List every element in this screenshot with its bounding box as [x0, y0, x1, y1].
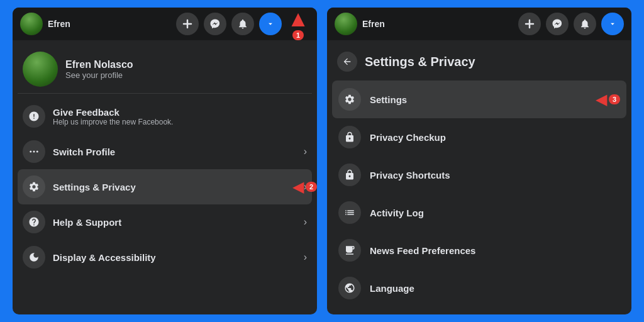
right-menu-item-privacy-shortcuts[interactable]: Privacy Shortcuts — [332, 156, 626, 194]
right-menu-content: Settings & Privacy Settings ◀ 3 Pri — [327, 40, 631, 314]
nav-plus-button-right[interactable] — [518, 13, 541, 35]
right-nav-bar: Efren — [327, 8, 631, 40]
settings-privacy-title: Settings & Privacy — [53, 182, 136, 192]
right-settings-gear-icon — [338, 88, 361, 111]
step1-arrow: ▲ — [287, 8, 309, 30]
display-accessibility-text: Display & Accessibility — [53, 252, 156, 263]
help-support-text: Help & Support — [53, 217, 121, 228]
nav-bell-button-right[interactable] — [574, 13, 596, 35]
profile-avatar — [23, 52, 58, 87]
nav-avatar-left — [20, 13, 43, 35]
profile-info: Efren Nolasco See your profile — [65, 59, 133, 80]
menu-item-help-support[interactable]: Help & Support › — [18, 204, 312, 240]
switch-profile-text: Switch Profile — [53, 147, 115, 157]
nav-bell-button-left[interactable] — [231, 13, 254, 35]
nav-username-right: Efren — [362, 19, 513, 29]
nav-chevron-button-left[interactable] — [259, 13, 282, 35]
display-accessibility-chevron: › — [304, 252, 307, 263]
back-header: Settings & Privacy — [332, 45, 626, 78]
profile-section[interactable]: Efren Nolasco See your profile — [18, 45, 312, 94]
help-support-chevron: › — [304, 216, 307, 228]
svg-point-0 — [30, 151, 31, 153]
privacy-shortcuts-title: Privacy Shortcuts — [370, 170, 450, 180]
step1-badge: 1 — [292, 30, 304, 40]
menu-item-give-feedback[interactable]: Give Feedback Help us improve the new Fa… — [18, 99, 312, 134]
profile-name: Efren Nolasco — [65, 59, 133, 70]
main-container: Efren ▲ 1 Efr — [0, 0, 644, 322]
right-globe-icon — [338, 277, 361, 299]
right-lock-icon-checkup — [338, 126, 361, 148]
switch-profile-chevron: › — [304, 146, 307, 157]
right-menu-item-news-feed[interactable]: News Feed Preferences — [332, 231, 626, 269]
language-title: Language — [370, 283, 414, 294]
moon-icon — [23, 246, 45, 269]
right-menu-item-activity-log[interactable]: Activity Log — [332, 194, 626, 231]
nav-messenger-button-right[interactable] — [546, 13, 569, 35]
right-news-icon — [338, 239, 361, 262]
switch-profile-title: Switch Profile — [53, 147, 115, 157]
give-feedback-text: Give Feedback Help us improve the new Fa… — [53, 107, 173, 126]
help-support-title: Help & Support — [53, 217, 121, 228]
right-menu-item-privacy-checkup[interactable]: Privacy Checkup — [332, 118, 626, 156]
news-feed-preferences-title: News Feed Preferences — [370, 245, 475, 256]
give-feedback-title: Give Feedback — [53, 107, 173, 118]
nav-plus-button-left[interactable] — [176, 13, 199, 35]
settings-menu-title: Settings — [370, 94, 407, 105]
give-feedback-subtitle: Help us improve the new Facebook. — [53, 118, 173, 126]
step3-indicator: ◀ 3 — [596, 92, 620, 107]
nav-chevron-button-right[interactable] — [601, 13, 624, 35]
question-icon — [23, 211, 45, 233]
menu-item-display-accessibility[interactable]: Display & Accessibility › — [18, 240, 312, 275]
step3-arrow: ◀ — [596, 92, 607, 107]
nav-avatar-right — [335, 13, 357, 35]
back-button[interactable] — [337, 52, 357, 72]
step3-badge: 3 — [609, 94, 620, 104]
settings-gear-icon — [23, 175, 45, 198]
step1-indicator: ▲ 1 — [287, 8, 309, 40]
right-list-icon — [338, 201, 361, 224]
right-menu-item-language[interactable]: Language — [332, 269, 626, 307]
left-panel: Efren ▲ 1 Efr — [13, 8, 317, 314]
dots-icon — [23, 140, 45, 163]
display-accessibility-title: Display & Accessibility — [53, 252, 156, 263]
menu-item-switch-profile[interactable]: Switch Profile › — [18, 134, 312, 169]
nav-messenger-button-left[interactable] — [204, 13, 226, 35]
step2-indicator: ◀ 2 — [292, 179, 317, 194]
nav-username-left: Efren — [48, 19, 171, 29]
left-menu-content: Efren Nolasco See your profile Give Feed… — [13, 40, 317, 314]
right-lock-icon-shortcuts — [338, 164, 361, 186]
profile-subtitle: See your profile — [65, 70, 133, 80]
right-panel-title: Settings & Privacy — [365, 55, 475, 69]
settings-privacy-text: Settings & Privacy — [53, 182, 136, 192]
svg-point-2 — [36, 151, 38, 153]
privacy-checkup-title: Privacy Checkup — [370, 132, 446, 143]
step2-arrow: ◀ — [292, 179, 304, 194]
exclamation-icon — [23, 105, 45, 128]
left-nav-bar: Efren ▲ 1 — [13, 8, 317, 40]
activity-log-title: Activity Log — [370, 208, 424, 218]
right-panel: Efren Settings & Privacy — [327, 8, 631, 314]
right-menu-item-settings[interactable]: Settings ◀ 3 — [332, 80, 626, 118]
menu-item-settings-privacy[interactable]: Settings & Privacy › ◀ 2 — [18, 169, 312, 204]
step2-badge: 2 — [306, 182, 317, 192]
svg-point-1 — [33, 151, 35, 153]
